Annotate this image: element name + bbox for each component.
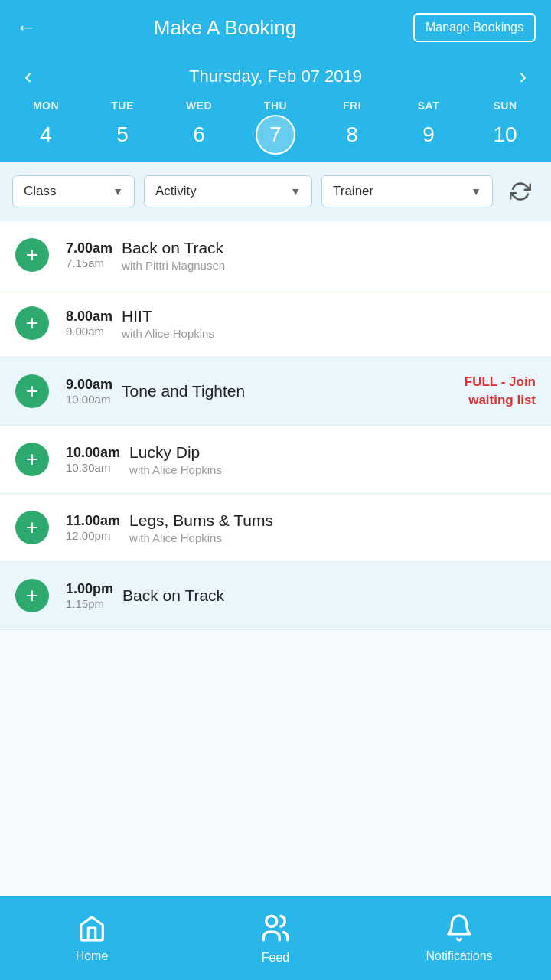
day-number: 7: [256, 115, 295, 155]
trainer-name: with Alice Hopkins: [129, 531, 273, 544]
day-cell-mon[interactable]: MON4: [11, 100, 80, 162]
add-class-button[interactable]: +: [15, 443, 49, 476]
end-time: 10.00am: [66, 393, 112, 406]
day-name: TUE: [111, 100, 134, 112]
day-name: WED: [186, 100, 212, 112]
activity-filter-label: Activity: [155, 184, 197, 199]
class-item: +11.00am12.00pmLegs, Bums & Tumswith Ali…: [0, 494, 551, 562]
class-info: 7.00am7.15amBack on Trackwith Pittri Mag…: [66, 239, 536, 272]
class-name: Tone and Tighten: [122, 382, 245, 400]
class-info: 1.00pm1.15pmBack on Track: [66, 581, 536, 610]
activity-filter-chevron: ▼: [290, 185, 301, 198]
class-filter[interactable]: Class ▼: [12, 175, 135, 207]
start-time: 9.00am: [66, 377, 112, 393]
nav-notifications[interactable]: Notifications: [383, 913, 536, 963]
class-item: +10.00am10.30amLucky Dipwith Alice Hopki…: [0, 426, 551, 494]
day-number: 4: [26, 115, 66, 155]
class-name: HIIT: [122, 307, 214, 325]
day-name: THU: [264, 100, 287, 112]
trainer-name: with Alice Hopkins: [129, 463, 222, 476]
class-name: Back on Track: [122, 239, 225, 257]
nav-home[interactable]: Home: [15, 913, 168, 963]
day-name: SUN: [493, 100, 517, 112]
class-item: +9.00am10.00amTone and TightenFULL - Joi…: [0, 358, 551, 426]
trainer-filter[interactable]: Trainer ▼: [321, 175, 493, 207]
class-name: Legs, Bums & Tums: [129, 511, 273, 530]
day-cell-thu[interactable]: THU7: [241, 100, 310, 162]
start-time: 7.00am: [66, 240, 112, 256]
refresh-icon: [510, 181, 531, 202]
class-info: 10.00am10.30amLucky Dipwith Alice Hopkin…: [66, 443, 536, 476]
day-number: 6: [179, 115, 219, 155]
day-cell-wed[interactable]: WED6: [165, 100, 233, 162]
trainer-name: with Alice Hopkins: [122, 327, 214, 340]
page-title: Make A Booking: [154, 16, 296, 40]
trainer-filter-chevron: ▼: [471, 185, 481, 198]
date-navigation: ‹ Thursday, Feb 07 2019 ›: [0, 55, 551, 95]
filter-row: Class ▼ Activity ▼ Trainer ▼: [0, 162, 551, 221]
day-cell-tue[interactable]: TUE5: [88, 100, 157, 162]
add-class-button[interactable]: +: [15, 374, 49, 408]
class-item: +7.00am7.15amBack on Trackwith Pittri Ma…: [0, 221, 551, 289]
end-time: 10.30am: [66, 461, 120, 474]
feed-icon: [259, 912, 292, 948]
end-time: 12.00pm: [66, 529, 120, 542]
end-time: 9.00am: [66, 325, 112, 338]
day-cell-fri[interactable]: FRI8: [318, 100, 386, 162]
home-icon: [77, 913, 106, 946]
class-info: 8.00am9.00amHIITwith Alice Hopkins: [66, 307, 536, 340]
day-cell-sat[interactable]: SAT9: [394, 100, 463, 162]
day-number: 10: [485, 115, 525, 155]
top-header: ← Make A Booking Manage Bookings: [0, 0, 551, 55]
day-name: MON: [33, 100, 59, 112]
back-button[interactable]: ←: [15, 15, 37, 40]
add-class-button[interactable]: +: [15, 511, 49, 544]
bottom-navigation: Home Feed Notifications: [0, 896, 551, 980]
notifications-label: Notifications: [425, 949, 492, 963]
nav-feed[interactable]: Feed: [199, 912, 352, 965]
current-date-label: Thursday, Feb 07 2019: [189, 67, 362, 87]
end-time: 1.15pm: [66, 597, 113, 610]
start-time: 11.00am: [66, 513, 120, 529]
add-class-button[interactable]: +: [15, 306, 49, 340]
activity-filter[interactable]: Activity ▼: [144, 175, 312, 207]
class-item: +1.00pm1.15pmBack on Track: [0, 562, 551, 630]
class-name: Back on Track: [122, 586, 224, 605]
day-cell-sun[interactable]: SUN10: [471, 100, 540, 162]
start-time: 10.00am: [66, 445, 120, 461]
manage-bookings-button[interactable]: Manage Bookings: [413, 13, 536, 42]
class-filter-chevron: ▼: [112, 185, 123, 198]
day-name: SAT: [418, 100, 439, 112]
trainer-name: with Pittri Magnusen: [122, 259, 225, 272]
add-class-button[interactable]: +: [15, 238, 49, 272]
day-number: 5: [103, 115, 142, 155]
trainer-filter-label: Trainer: [333, 184, 373, 199]
class-info: 11.00am12.00pmLegs, Bums & Tumswith Alic…: [66, 511, 536, 544]
day-number: 9: [409, 115, 448, 155]
class-name: Lucky Dip: [129, 443, 222, 462]
day-selector: MON4TUE5WED6THU7FRI8SAT9SUN10: [0, 95, 551, 162]
day-name: FRI: [343, 100, 361, 112]
class-list: +7.00am7.15amBack on Trackwith Pittri Ma…: [0, 221, 551, 896]
class-filter-label: Class: [24, 184, 57, 199]
home-label: Home: [76, 949, 109, 963]
full-badge[interactable]: FULL - Join waiting list: [465, 373, 536, 410]
class-item: +8.00am9.00amHIITwith Alice Hopkins: [0, 289, 551, 358]
next-date-button[interactable]: ›: [510, 61, 536, 92]
start-time: 1.00pm: [66, 581, 113, 597]
refresh-button[interactable]: [502, 173, 539, 210]
add-class-button[interactable]: +: [15, 579, 49, 612]
day-number: 8: [332, 115, 372, 155]
start-time: 8.00am: [66, 309, 112, 325]
svg-point-0: [266, 916, 277, 926]
end-time: 7.15am: [66, 256, 112, 270]
feed-label: Feed: [262, 951, 289, 965]
prev-date-button[interactable]: ‹: [15, 61, 41, 92]
bell-icon: [445, 913, 474, 946]
